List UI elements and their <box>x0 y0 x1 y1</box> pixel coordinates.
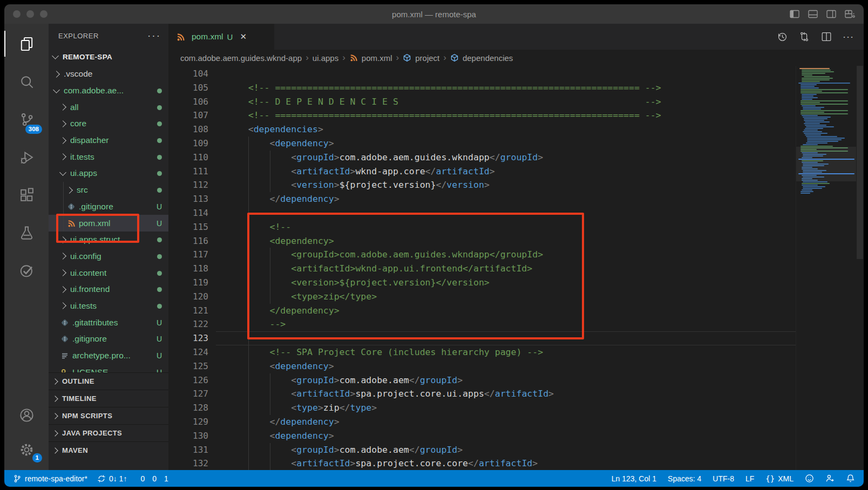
breadcrumb-item-com.adobe.aem.guides.wknd-app[interactable]: com.adobe.aem.guides.wknd-app <box>180 53 302 63</box>
eol-status[interactable]: LF <box>745 474 754 483</box>
sidebar-more-actions[interactable]: ··· <box>147 33 161 38</box>
tree-item-.gitignore[interactable]: .gitignoreU <box>49 331 168 348</box>
tree-item-ui.apps[interactable]: ui.apps <box>49 165 168 182</box>
tree-item-core[interactable]: core <box>49 115 168 132</box>
code-line-115[interactable]: 115 <!-- <box>168 220 796 234</box>
minimap-slider[interactable] <box>796 147 856 181</box>
activity-search[interactable] <box>4 63 49 100</box>
toggle-secondary-sidebar-icon[interactable] <box>826 10 837 18</box>
code-line-111[interactable]: 111 <artifactId>wknd-app.core</artifactI… <box>168 165 796 179</box>
vertical-scrollbar[interactable] <box>856 66 864 470</box>
breadcrumb-item-pom.xml[interactable]: pom.xml <box>349 53 392 63</box>
tree-item-ui.content[interactable]: ui.content <box>49 264 168 281</box>
section-outline[interactable]: OUTLINE <box>49 372 168 390</box>
tree-item-.vscode[interactable]: .vscode <box>49 66 168 83</box>
remote-user-icon[interactable] <box>825 474 835 483</box>
code-line-131[interactable]: 131 <groupId>com.adobe.aem</groupId> <box>168 443 796 457</box>
code-line-104[interactable]: 104 <box>168 67 796 81</box>
tree-item-pom.xml[interactable]: pom.xmlU <box>49 215 168 232</box>
code-line-110[interactable]: 110 <groupId>com.adobe.aem.guides.wkndap… <box>168 151 796 165</box>
activity-checks[interactable] <box>4 251 49 289</box>
feedback-smiley-icon[interactable] <box>805 474 814 483</box>
code-line-119[interactable]: 119 <version>${project.version}</version… <box>168 276 796 290</box>
activity-source-control[interactable]: 308 <box>4 100 49 138</box>
sync-status[interactable]: 0↓ 1↑ <box>97 474 127 483</box>
tree-item-ui.config[interactable]: ui.config <box>49 248 168 265</box>
tab-pom-xml[interactable]: pom.xml U ✕ <box>168 24 274 50</box>
section-timeline[interactable]: TIMELINE <box>49 390 168 407</box>
tree-item-it.tests[interactable]: it.tests <box>49 148 168 165</box>
minimize-window-icon[interactable] <box>26 10 34 18</box>
code-line-121[interactable]: 121 </dependency> <box>168 304 796 318</box>
toggle-panel-icon[interactable] <box>808 10 818 18</box>
tree-item-ui.apps.struct...[interactable]: ui.apps.struct... <box>49 232 168 248</box>
minimap[interactable] <box>796 66 856 470</box>
problems-status[interactable]: 0 0 1 <box>137 474 168 483</box>
close-tab-icon[interactable]: ✕ <box>240 32 247 42</box>
editor-area[interactable]: 104105 <!-- ============================… <box>168 66 864 470</box>
open-changes-icon[interactable] <box>798 31 810 43</box>
activity-explorer[interactable] <box>4 25 49 63</box>
project-root-row[interactable]: REMOTE-SPA <box>49 47 168 66</box>
code-line-124[interactable]: 124 <!-- SPA Project Core (includes hier… <box>168 345 796 359</box>
code-line-114[interactable]: 114 <box>168 206 796 220</box>
timeline-history-icon[interactable] <box>776 31 788 43</box>
maximize-window-icon[interactable] <box>40 10 48 18</box>
code-line-107[interactable]: 107 <!-- ===============================… <box>168 108 796 122</box>
traffic-lights[interactable] <box>4 10 48 18</box>
tree-item-all[interactable]: all <box>49 99 168 115</box>
breadcrumb-item-dependencies[interactable]: dependencies <box>450 53 513 63</box>
section-java-projects[interactable]: JAVA PROJECTS <box>49 424 168 441</box>
scrollbar-slider[interactable] <box>857 66 863 259</box>
code-line-113[interactable]: 113 </dependency> <box>168 192 796 206</box>
close-window-icon[interactable] <box>13 10 21 18</box>
tree-item-.gitignore[interactable]: .gitignoreU <box>49 199 168 215</box>
activity-run-debug[interactable] <box>4 138 49 176</box>
code-line-120[interactable]: 120 <type>zip</type> <box>168 290 796 304</box>
code-line-106[interactable]: 106 <!-- D E P E N D E N C I E S --> <box>168 95 796 109</box>
encoding-status[interactable]: UTF-8 <box>713 474 734 483</box>
breadcrumb-item-project[interactable]: project <box>403 53 439 63</box>
activity-extensions[interactable] <box>4 176 49 214</box>
code-line-122[interactable]: 122 --> <box>168 317 796 331</box>
toggle-sidebar-icon[interactable] <box>790 10 800 18</box>
more-actions-icon[interactable]: ··· <box>843 35 854 39</box>
indentation-status[interactable]: Spaces: 4 <box>668 474 701 483</box>
code-line-105[interactable]: 105 <!-- ===============================… <box>168 81 796 95</box>
tree-item-ui.tests[interactable]: ui.tests <box>49 298 168 315</box>
code-line-125[interactable]: 125 <dependency> <box>168 359 796 373</box>
activity-testing[interactable] <box>4 214 49 251</box>
code-line-123[interactable]: 123 <box>168 331 796 345</box>
tree-item-LICENSE[interactable]: LICENSEU <box>49 364 168 372</box>
tree-item-src[interactable]: src <box>49 182 168 199</box>
git-branch-status[interactable]: remote-spa-editor* <box>13 474 87 483</box>
split-editor-icon[interactable] <box>820 31 832 43</box>
code-line-130[interactable]: 130 <dependency> <box>168 429 796 443</box>
code-line-109[interactable]: 109 <dependency> <box>168 137 796 151</box>
code-line-132[interactable]: 132 <artifactId>spa.project.core.core</a… <box>168 457 796 470</box>
tree-item-.gitattributes[interactable]: .gitattributesU <box>49 314 168 331</box>
code-line-129[interactable]: 129 </dependency> <box>168 415 796 429</box>
breadcrumb-item-ui.apps[interactable]: ui.apps <box>313 53 338 63</box>
code-line-112[interactable]: 112 <version>${project.version}</version… <box>168 178 796 192</box>
section-npm-scripts[interactable]: NPM SCRIPTS <box>49 407 168 424</box>
code-line-126[interactable]: 126 <groupId>com.adobe.aem</groupId> <box>168 373 796 387</box>
cursor-position[interactable]: Ln 123, Col 1 <box>612 474 656 483</box>
customize-layout-icon[interactable] <box>845 10 855 18</box>
code-editor[interactable]: 104105 <!-- ============================… <box>168 66 796 470</box>
language-mode[interactable]: {} XML <box>765 474 794 483</box>
activity-account[interactable] <box>4 398 49 432</box>
tree-item-com.adobe.ae...[interactable]: com.adobe.ae... <box>49 83 168 99</box>
code-line-117[interactable]: 117 <groupId>com.adobe.aem.guides.wkndap… <box>168 248 796 262</box>
code-line-108[interactable]: 108 <dependencies> <box>168 122 796 137</box>
code-line-128[interactable]: 128 <type>zip</type> <box>168 401 796 415</box>
code-line-118[interactable]: 118 <artifactId>wknd-app.ui.frontend</ar… <box>168 262 796 276</box>
code-line-116[interactable]: 116 <dependency> <box>168 234 796 248</box>
activity-settings[interactable]: 1 <box>4 432 49 467</box>
tree-item-archetype.pro...[interactable]: archetype.pro...U <box>49 348 168 364</box>
notifications-bell-icon[interactable] <box>846 474 855 483</box>
tree-item-ui.frontend[interactable]: ui.frontend <box>49 281 168 298</box>
code-line-127[interactable]: 127 <artifactId>spa.project.core.ui.apps… <box>168 387 796 401</box>
tree-item-dispatcher[interactable]: dispatcher <box>49 132 168 149</box>
section-maven[interactable]: MAVEN <box>49 441 168 459</box>
